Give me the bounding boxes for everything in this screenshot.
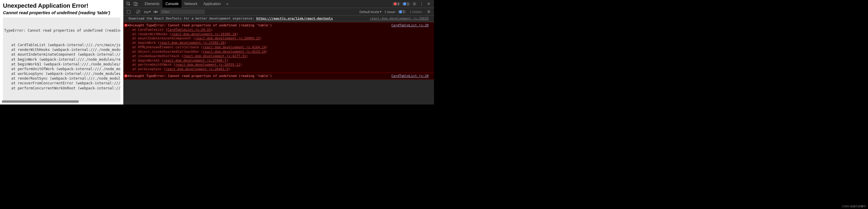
stack-frame: at renderRootSync (webpack-internal:///.… <box>4 76 119 81</box>
devtools-tab-bar: Elements Console Network Application » 4… <box>123 0 434 8</box>
settings-icon[interactable] <box>411 2 418 6</box>
tab-application[interactable]: Application <box>200 0 224 8</box>
error-subtitle: Cannot read properties of undefined (rea… <box>3 10 120 15</box>
tab-console[interactable]: Console <box>162 0 181 8</box>
error-badge[interactable]: 4 <box>392 2 401 6</box>
error-stack-frames: at CardTableList (CardTableList.js:20:15… <box>129 28 429 72</box>
issues-button[interactable]: 1 Issue: 1 <box>384 10 407 13</box>
stack-frame: at beginWork$1 (react-dom.development.js… <box>129 59 429 63</box>
hidden-count: 1 hidden <box>410 10 422 13</box>
log-error-row: ✕ ▶ CardTableList.js:20 Uncaught TypeErr… <box>123 73 434 80</box>
error-message: Uncaught TypeError: Cannot read properti… <box>129 23 272 27</box>
stop-icon[interactable] <box>125 10 132 13</box>
device-toolbar-icon[interactable] <box>132 2 139 6</box>
error-icon: ✕ <box>124 74 127 77</box>
chevron-down-icon: ▾ <box>149 10 151 13</box>
chevron-down-icon: ▾ <box>380 10 381 13</box>
log-info-row: react-dom.development.js:29835 Download … <box>123 16 434 22</box>
stack-frame: at mountIndeterminateComponent (react-do… <box>129 36 429 41</box>
source-link[interactable]: CardTableList.js:20 <box>391 74 429 78</box>
stack-frame: at beginWork (webpack-internal:///./node… <box>4 57 119 62</box>
stack-frame: at recoverFromConcurrentError (webpack-i… <box>4 81 119 85</box>
levels-dropdown[interactable]: Default levels ▾ <box>360 10 381 13</box>
error-icon: ✕ <box>124 24 127 27</box>
svg-rect-2 <box>136 3 137 6</box>
caret-icon[interactable]: ▶ <box>128 74 129 77</box>
stack-frame: at CardTableList (webpack-internal:///./… <box>4 43 119 47</box>
stack-frame: at CardTableList (CardTableList.js:20:15… <box>129 28 429 32</box>
console-body: react-dom.development.js:29835 Download … <box>123 16 434 104</box>
svg-point-3 <box>414 3 415 4</box>
stack-frame: at performUnitOfWork (react-dom.developm… <box>129 63 429 67</box>
error-stack: TypeError: Cannot read properties of und… <box>3 18 120 102</box>
kebab-icon[interactable]: ⋮ <box>418 2 425 6</box>
stack-frame: at renderWithHooks (react-dom.developmen… <box>129 32 429 37</box>
stack-frame: at workLoopSync (react-dom.development.j… <box>129 67 429 72</box>
stack-frame: at renderWithHooks (webpack-internal:///… <box>4 47 119 52</box>
console-toolbar: top ▾ Default levels ▾ 1 Issue: 1 1 hidd… <box>123 8 434 16</box>
close-icon[interactable]: ✕ <box>425 2 432 6</box>
error-message: Uncaught TypeError: Cannot read properti… <box>129 74 272 78</box>
tab-elements[interactable]: Elements <box>142 0 162 8</box>
stack-frame: at performUnitOfWork (webpack-internal:/… <box>4 67 119 71</box>
react-devtools-link[interactable]: https://reactjs.org/link/react-devtools <box>256 16 333 21</box>
caret-icon[interactable]: ▶ <box>128 23 129 27</box>
stack-frame: at HTMLUnknownElement.callCallback (reac… <box>129 45 429 50</box>
svg-point-5 <box>428 11 429 12</box>
context-dropdown[interactable]: top ▾ <box>144 10 151 13</box>
stack-header: TypeError: Cannot read properties of und… <box>4 28 119 33</box>
tab-network[interactable]: Network <box>181 0 200 8</box>
stack-frame: at performConcurrentWorkOnRoot (webpack-… <box>4 86 119 91</box>
more-tabs-icon[interactable]: » <box>224 2 231 6</box>
clear-console-icon[interactable] <box>134 10 142 14</box>
live-expression-icon[interactable] <box>153 10 158 13</box>
stack-frame: at workLoopSync (webpack-internal:///./n… <box>4 71 119 76</box>
stack-frames: at CardTableList (webpack-internal:///./… <box>4 43 119 91</box>
log-error-row: ✕ ▶ CardTableList.js:20 Uncaught TypeErr… <box>123 22 434 73</box>
inspect-icon[interactable] <box>125 2 132 6</box>
source-link[interactable]: CardTableList.js:20 <box>391 23 429 28</box>
console-settings-icon[interactable] <box>425 10 432 13</box>
stack-frame: at Object.invokeGuardedCallbackDev (reac… <box>129 50 429 54</box>
devtools-panel: Elements Console Network Application » 4… <box>123 0 434 104</box>
horizontal-scrollbar[interactable] <box>2 100 79 103</box>
source-link[interactable]: react-dom.development.js:29835 <box>370 16 429 21</box>
stack-frame: at beginWork (react-dom.development.js:2… <box>129 41 429 45</box>
error-page: Unexpected Application Error! Cannot rea… <box>0 0 123 104</box>
error-title: Unexpected Application Error! <box>3 2 120 9</box>
filter-input[interactable] <box>160 9 205 14</box>
stack-frame: at invokeGuardedCallback (react-dom.deve… <box>129 54 429 59</box>
info-badge[interactable]: 1 <box>402 2 410 6</box>
stack-frame: at mountIndeterminateComponent (webpack-… <box>4 52 119 57</box>
stack-frame: at beginWork$1 (webpack-internal:///./no… <box>4 62 119 67</box>
svg-point-4 <box>155 11 156 12</box>
